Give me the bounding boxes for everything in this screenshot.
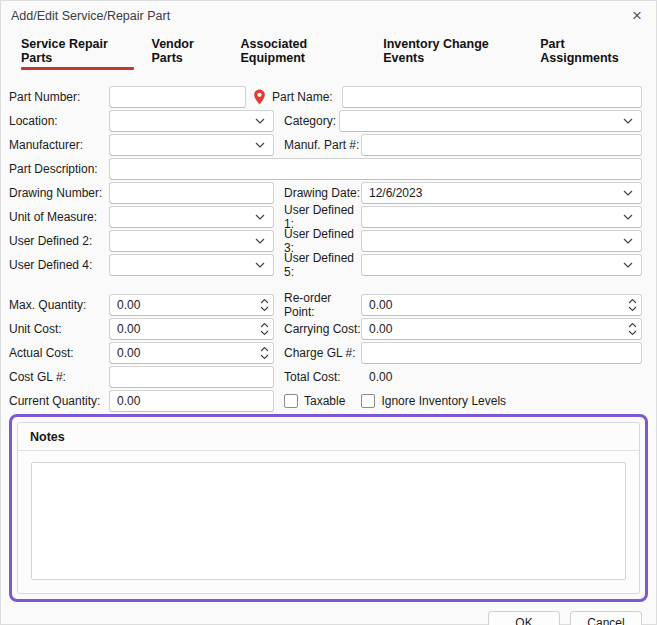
- user-defined-5-label: User Defined 5:: [284, 251, 361, 279]
- user-defined-5-select[interactable]: [361, 254, 642, 276]
- notes-textarea[interactable]: [31, 462, 626, 580]
- part-description-input[interactable]: [109, 158, 642, 180]
- user-defined-4-label: User Defined 4:: [9, 258, 109, 272]
- part-number-label: Part Number:: [9, 90, 109, 104]
- form-area: Part Number: Part Name: Location: Catego…: [1, 86, 656, 412]
- notes-highlight-border: Notes: [9, 414, 648, 602]
- row-current-quantity: Current Quantity: Taxable Ignore Invento…: [9, 390, 642, 412]
- location-pin-icon: [246, 89, 272, 105]
- unit-cost-stepper[interactable]: [109, 318, 274, 340]
- stepper-arrows-icon[interactable]: [260, 322, 269, 336]
- drawing-number-input[interactable]: [109, 182, 274, 204]
- unit-cost-label: Unit Cost:: [9, 322, 109, 336]
- dialog-title: Add/Edit Service/Repair Part: [11, 9, 170, 23]
- user-defined-2-label: User Defined 2:: [9, 234, 109, 248]
- row-part-description: Part Description:: [9, 158, 642, 180]
- chevron-down-icon: [255, 142, 265, 148]
- user-defined-1-select[interactable]: [361, 206, 642, 228]
- category-select[interactable]: [339, 110, 642, 132]
- taxable-label: Taxable: [304, 394, 345, 408]
- manuf-part-label: Manuf. Part #:: [284, 138, 361, 152]
- tab-bar: Service Repair Parts Vendor Parts Associ…: [1, 37, 656, 73]
- actual-cost-stepper[interactable]: [109, 342, 274, 364]
- tab-inventory-change-events[interactable]: Inventory Change Events: [383, 37, 523, 73]
- stepper-arrows-icon[interactable]: [628, 298, 637, 312]
- part-name-label: Part Name:: [272, 90, 342, 104]
- user-defined-3-select[interactable]: [361, 230, 642, 252]
- add-edit-service-repair-part-dialog: Add/Edit Service/Repair Part × Service R…: [0, 0, 657, 625]
- row-uom: Unit of Measure: User Defined 1:: [9, 206, 642, 228]
- drawing-date-select[interactable]: 12/6/2023: [361, 182, 642, 204]
- row-part-number: Part Number: Part Name:: [9, 86, 642, 108]
- current-quantity-label: Current Quantity:: [9, 394, 109, 408]
- chevron-down-icon: [623, 262, 633, 268]
- close-icon[interactable]: ×: [630, 9, 644, 23]
- ok-button[interactable]: OK: [488, 611, 560, 625]
- unit-of-measure-select[interactable]: [109, 206, 274, 228]
- drawing-number-label: Drawing Number:: [9, 186, 109, 200]
- dialog-buttons: OK Cancel: [1, 611, 642, 625]
- stepper-arrows-icon[interactable]: [628, 322, 637, 336]
- category-label: Category:: [284, 114, 339, 128]
- chevron-down-icon: [255, 238, 265, 244]
- unit-of-measure-label: Unit of Measure:: [9, 210, 109, 224]
- chevron-down-icon: [623, 238, 633, 244]
- row-actual-cost: Actual Cost: Charge GL #:: [9, 342, 642, 364]
- taxable-checkbox[interactable]: [284, 394, 298, 408]
- cancel-button[interactable]: Cancel: [570, 611, 642, 625]
- chevron-down-icon: [255, 262, 265, 268]
- max-quantity-label: Max. Quantity:: [9, 298, 109, 312]
- user-defined-4-select[interactable]: [109, 254, 274, 276]
- chevron-down-icon: [255, 118, 265, 124]
- row-max-quantity: Max. Quantity: Re-order Point:: [9, 294, 642, 316]
- actual-cost-label: Actual Cost:: [9, 346, 109, 360]
- ignore-inventory-levels-label: Ignore Inventory Levels: [381, 394, 506, 408]
- ignore-inventory-levels-checkbox[interactable]: [361, 394, 375, 408]
- cost-gl-input[interactable]: [109, 366, 274, 388]
- row-location: Location: Category:: [9, 110, 642, 132]
- chevron-down-icon: [623, 190, 633, 196]
- manufacturer-label: Manufacturer:: [9, 138, 109, 152]
- chevron-down-icon: [623, 214, 633, 220]
- row-unit-cost: Unit Cost: Carrying Cost:: [9, 318, 642, 340]
- row-ud2-ud3: User Defined 2: User Defined 3:: [9, 230, 642, 252]
- notes-group: Notes: [17, 422, 640, 594]
- row-manufacturer: Manufacturer: Manuf. Part #:: [9, 134, 642, 156]
- reorder-point-stepper[interactable]: [361, 294, 642, 316]
- total-cost-label: Total Cost:: [284, 370, 361, 384]
- chevron-down-icon: [255, 214, 265, 220]
- tab-vendor-parts[interactable]: Vendor Parts: [151, 37, 223, 73]
- part-name-input[interactable]: [342, 86, 642, 108]
- row-cost-gl: Cost GL #: Total Cost: 0.00: [9, 366, 642, 388]
- current-quantity-input[interactable]: [109, 390, 274, 412]
- charge-gl-input[interactable]: [361, 342, 642, 364]
- carrying-cost-label: Carrying Cost:: [284, 322, 361, 336]
- tab-part-assignments[interactable]: Part Assignments: [540, 37, 639, 73]
- stepper-arrows-icon[interactable]: [260, 298, 269, 312]
- max-quantity-stepper[interactable]: [109, 294, 274, 316]
- total-cost-value: 0.00: [361, 370, 642, 384]
- cost-gl-label: Cost GL #:: [9, 370, 109, 384]
- titlebar: Add/Edit Service/Repair Part ×: [1, 1, 656, 27]
- part-description-label: Part Description:: [9, 162, 109, 176]
- row-ud4-ud5: User Defined 4: User Defined 5:: [9, 254, 642, 276]
- charge-gl-label: Charge GL #:: [284, 346, 361, 360]
- manuf-part-input[interactable]: [361, 134, 642, 156]
- reorder-point-label: Re-order Point:: [284, 291, 361, 319]
- chevron-down-icon: [623, 118, 633, 124]
- manufacturer-select[interactable]: [109, 134, 274, 156]
- carrying-cost-stepper[interactable]: [361, 318, 642, 340]
- user-defined-2-select[interactable]: [109, 230, 274, 252]
- notes-title: Notes: [18, 423, 639, 451]
- location-label: Location:: [9, 114, 109, 128]
- part-number-input[interactable]: [109, 86, 246, 108]
- row-drawing: Drawing Number: Drawing Date: 12/6/2023: [9, 182, 642, 204]
- tab-service-repair-parts[interactable]: Service Repair Parts: [21, 37, 134, 73]
- tab-associated-equipment[interactable]: Associated Equipment: [240, 37, 366, 73]
- drawing-date-label: Drawing Date:: [284, 186, 361, 200]
- location-select[interactable]: [109, 110, 274, 132]
- stepper-arrows-icon[interactable]: [260, 346, 269, 360]
